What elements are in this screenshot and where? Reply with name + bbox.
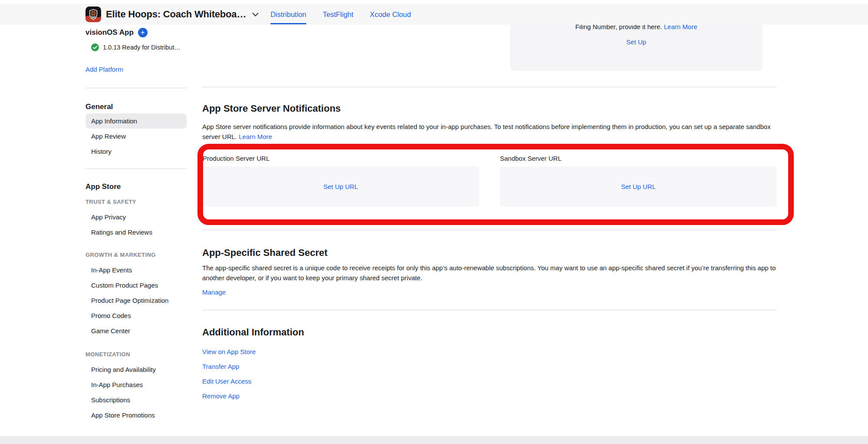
view-on-app-store-link[interactable]: View on App Store	[202, 348, 256, 356]
sidebar-item-pricing-and-availability[interactable]: Pricing and Availability	[85, 362, 187, 377]
tab-testflight-label: TestFlight	[323, 10, 354, 19]
tab-xcode-cloud-label: Xcode Cloud	[370, 10, 411, 19]
sidebar-heading-app-store: App Store	[85, 182, 187, 192]
add-version-button[interactable]: +	[138, 28, 148, 37]
tab-distribution-label: Distribution	[270, 10, 306, 19]
version-status-row[interactable]: 1.0.13 Ready for Distribut…	[85, 43, 187, 52]
app-title: Elite Hoops: Coach Whiteboa…	[106, 9, 246, 20]
shared-secret-title: App-Specific Shared Secret	[202, 247, 328, 258]
main-content: Filing Number, provide it here. Learn Mo…	[202, 0, 777, 444]
sidebar-item-in-app-purchases[interactable]: In-App Purchases	[85, 377, 187, 392]
sidebar-section-monetization: MONETIZATION	[85, 351, 187, 358]
server-notifications-description-text: App Store server notifications provide i…	[202, 123, 771, 140]
tab-xcode-cloud[interactable]: Xcode Cloud	[370, 4, 411, 25]
footer-bar	[0, 436, 868, 444]
sidebar-section-growth-marketing: GROWTH & MARKETING	[85, 251, 187, 259]
sidebar-item-subscriptions[interactable]: Subscriptions	[85, 392, 187, 408]
platform-heading-row: visionOS App +	[85, 28, 187, 37]
sidebar-item-game-center[interactable]: Game Center	[85, 323, 187, 338]
sidebar-heading-general: General	[85, 102, 187, 111]
tab-testflight[interactable]: TestFlight	[323, 4, 354, 25]
server-notifications-learn-more-link[interactable]: Learn More	[239, 133, 272, 140]
server-notifications-description: App Store server notifications provide i…	[202, 122, 777, 142]
app-switcher-menu[interactable]: Elite Hoops: Coach Whiteboa…	[85, 7, 259, 22]
app-icon	[85, 7, 101, 22]
shared-secret-description: The app-specific shared secret is a uniq…	[202, 263, 777, 283]
sandbox-server-url-label: Sandbox Server URL	[500, 155, 562, 162]
sidebar: visionOS App + 1.0.13 Ready for Distribu…	[85, 25, 187, 423]
edit-user-access-link[interactable]: Edit User Access	[202, 378, 251, 385]
sidebar-divider	[85, 88, 187, 88]
sidebar-item-custom-product-pages[interactable]: Custom Product Pages	[85, 278, 187, 293]
additional-information-title: Additional Information	[202, 326, 304, 338]
sidebar-item-in-app-events[interactable]: In-App Events	[85, 262, 187, 278]
version-status-label: 1.0.13 Ready for Distribut…	[103, 44, 181, 51]
production-server-url-label: Production Server URL	[203, 155, 270, 162]
chevron-down-icon	[252, 13, 259, 17]
sidebar-item-app-store-promotions[interactable]: App Store Promotions	[85, 408, 187, 423]
section-divider	[202, 310, 777, 310]
platform-heading: visionOS App	[85, 28, 134, 37]
check-circle-icon	[91, 43, 99, 51]
set-up-link[interactable]: Set Up	[626, 38, 646, 46]
sidebar-item-history[interactable]: History	[85, 144, 187, 159]
add-platform-link[interactable]: Add Platform	[85, 66, 187, 74]
transfer-app-link[interactable]: Transfer App	[202, 363, 239, 371]
section-divider	[202, 230, 777, 230]
sandbox-server-url-box: Set Up URL	[500, 166, 777, 207]
sidebar-divider	[85, 169, 187, 169]
plus-icon: +	[141, 28, 145, 36]
sidebar-section-trust-safety: TRUST & SAFETY	[85, 198, 187, 206]
primary-nav: Distribution TestFlight Xcode Cloud	[270, 4, 411, 25]
manage-link[interactable]: Manage	[202, 288, 226, 296]
sidebar-item-product-page-optimization[interactable]: Product Page Optimization	[85, 293, 187, 308]
server-notifications-title: App Store Server Notifications	[202, 103, 341, 114]
sandbox-set-up-url-link[interactable]: Set Up URL	[621, 183, 656, 190]
production-set-up-url-link[interactable]: Set Up URL	[323, 183, 358, 190]
remove-app-link[interactable]: Remove App	[202, 392, 240, 400]
sidebar-item-app-information[interactable]: App Information	[85, 113, 187, 129]
sidebar-item-ratings-and-reviews[interactable]: Ratings and Reviews	[85, 225, 187, 240]
sidebar-item-app-privacy[interactable]: App Privacy	[85, 209, 187, 225]
header-bar: Elite Hoops: Coach Whiteboa… Distributio…	[0, 4, 868, 25]
setup-card-action: Set Up	[510, 38, 763, 46]
tab-distribution[interactable]: Distribution	[270, 4, 306, 25]
section-divider	[202, 87, 777, 87]
sidebar-item-app-review[interactable]: App Review	[85, 129, 187, 144]
app-store-connect-page: Elite Hoops: Coach Whiteboa… Distributio…	[0, 0, 868, 444]
production-server-url-box: Set Up URL	[202, 166, 479, 207]
sidebar-item-promo-codes[interactable]: Promo Codes	[85, 308, 187, 323]
